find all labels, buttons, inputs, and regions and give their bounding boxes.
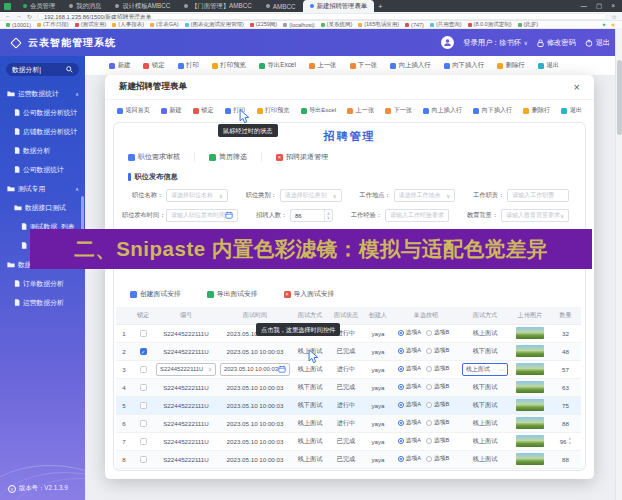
sidebar-item[interactable]: 运营数据分析	[0, 293, 85, 312]
bookmark-item[interactable]: (测试应用)	[75, 21, 107, 28]
maximize-button[interactable]: ▢	[596, 2, 602, 10]
close-window-button[interactable]: ×	[611, 2, 615, 10]
interview-action-button[interactable]: 创建面试安排	[130, 289, 181, 299]
table-row[interactable]: 2✓S22445222111U2023.05.10 10:00:03线上面试已完…	[116, 342, 581, 360]
bookmark-extra-icon[interactable]: ✦	[602, 21, 607, 28]
field-stepper[interactable]: 86∧∨	[290, 209, 333, 222]
toolbar-button[interactable]: 向下插入行	[444, 61, 484, 70]
bookmark-item[interactable]: (图表化测试应用管理)	[185, 21, 244, 28]
row-checkbox[interactable]	[140, 438, 147, 445]
avatar[interactable]	[441, 36, 454, 49]
toolbar-button[interactable]: 锁定	[193, 106, 214, 115]
radio-button[interactable]	[398, 402, 404, 408]
toolbar-button[interactable]: 向下插入行	[473, 106, 512, 115]
toolbar-button[interactable]: 新建	[161, 106, 182, 115]
url-field[interactable]: 192.168.1.235:86/1500/新建招聘管理表单	[37, 13, 607, 20]
uploaded-image[interactable]	[516, 453, 544, 465]
toolbar-button[interactable]: 导出Excel	[259, 61, 296, 70]
browser-tab[interactable]: 【门面管理】AMBCC	[177, 0, 259, 12]
form-tab[interactable]: ×招聘渠道管理	[262, 152, 342, 162]
forward-icon[interactable]: →	[16, 13, 22, 19]
toolbar-button[interactable]: 导出Excel	[301, 106, 337, 115]
scrollbar-thumb[interactable]	[617, 60, 622, 135]
new-tab-button[interactable]: +	[378, 2, 383, 11]
radio-button[interactable]	[398, 420, 404, 426]
bookmark-item[interactable]: (工作日报)	[37, 21, 69, 28]
stepper-icon[interactable]: ∧∨	[324, 210, 332, 221]
radio-button[interactable]	[426, 456, 432, 462]
browser-tab[interactable]: 我的消息	[62, 0, 108, 12]
toolbar-button[interactable]: 向上插入行	[423, 106, 462, 115]
more-icon[interactable]: ⋯	[498, 366, 504, 373]
radio-button[interactable]	[398, 366, 404, 372]
uploaded-image[interactable]	[516, 399, 544, 411]
id-select[interactable]: S22445222111U∨	[156, 363, 216, 376]
radio-button[interactable]	[398, 438, 404, 444]
field-date[interactable]: 请输入职位发布时间	[166, 209, 238, 222]
radio-button[interactable]	[426, 402, 432, 408]
toolbar-button[interactable]: 上一张	[347, 106, 374, 115]
bookmark-item[interactable]: (人事报表)	[112, 21, 144, 28]
radio-button[interactable]	[426, 330, 432, 336]
mode2-selected-cell[interactable]: 线上面试⋯	[462, 363, 508, 376]
sidebar-item[interactable]: 测试专用∧	[0, 179, 85, 198]
bookmark-item[interactable]: (localhost)	[283, 22, 314, 28]
field-select[interactable]: 请选择职位名称∨	[166, 189, 228, 202]
sidebar-item[interactable]: 数据分析	[0, 141, 85, 160]
bookmark-item[interactable]: (非表GA)	[150, 21, 179, 28]
row-checkbox[interactable]	[140, 456, 147, 463]
sidebar-item[interactable]: 店铺数据分析统计	[0, 122, 85, 141]
toolbar-button[interactable]: 删除行	[497, 61, 525, 70]
toolbar-button[interactable]: 退出	[538, 61, 559, 70]
radio-button[interactable]	[426, 384, 432, 390]
radio-button[interactable]	[398, 456, 404, 462]
bookmark-item[interactable]: (2259网)	[250, 21, 277, 28]
radio-button[interactable]	[426, 348, 432, 354]
toolbar-button[interactable]: 打印预览	[212, 61, 246, 70]
toolbar-button[interactable]: 上一张	[309, 61, 337, 70]
bookmark-item[interactable]: (747)	[405, 22, 424, 28]
bookmark-extra-icon[interactable]: ★	[611, 21, 616, 28]
change-password-button[interactable]: 修改密码	[537, 38, 576, 48]
search-input[interactable]: 数据分析|	[12, 65, 66, 75]
form-tab[interactable]: 职位需求审核	[128, 152, 195, 162]
user-menu[interactable]: 登录用户：徐书怀 ∨	[463, 38, 528, 48]
logout-button[interactable]: 退出	[585, 38, 610, 48]
browser-tab[interactable]: 设计模板AMBCC	[108, 0, 177, 12]
uploaded-image[interactable]	[516, 363, 544, 375]
row-checkbox[interactable]	[140, 366, 147, 373]
table-row[interactable]: 8S22445222111U2023.05.10 10:00:03线上面试已完成…	[116, 450, 581, 468]
sidebar-item[interactable]: 公司数据统计	[0, 160, 85, 179]
table-row[interactable]: 1S22445222111U2023.05.10 10:00:03线上面试进行中…	[116, 324, 581, 342]
toolbar-button[interactable]: 锁定	[143, 61, 164, 70]
field-select[interactable]: 请输入教育背景要求∨	[501, 209, 569, 222]
browser-tab[interactable]: AMBCC	[259, 0, 303, 12]
field-input[interactable]: 请输入工作经验要求	[385, 209, 449, 222]
uploaded-image[interactable]	[516, 345, 544, 357]
sidebar-item[interactable]: 订单数据分析	[0, 274, 85, 293]
bookmark-item[interactable]: (此罗)	[518, 21, 539, 28]
row-checkbox[interactable]	[140, 384, 147, 391]
radio-button[interactable]	[426, 420, 432, 426]
sidebar-item[interactable]: 运营数据统计∧	[0, 84, 85, 103]
calendar-icon[interactable]	[278, 365, 286, 374]
toolbar-button[interactable]: 下一张	[385, 106, 412, 115]
interview-action-button[interactable]: 导出面试安排	[207, 289, 258, 299]
toolbar-button[interactable]: 向上插入行	[390, 61, 430, 70]
row-checkbox[interactable]: ✓	[140, 348, 147, 355]
radio-button[interactable]	[398, 348, 404, 354]
radio-button[interactable]	[398, 384, 404, 390]
toolbar-button[interactable]: 退出	[561, 106, 582, 115]
field-select[interactable]: 请选择职位类别∨	[280, 189, 342, 202]
back-icon[interactable]: ←	[5, 13, 11, 19]
minimize-button[interactable]: —	[581, 2, 588, 10]
close-icon[interactable]: ×	[574, 81, 580, 93]
row-checkbox[interactable]	[140, 420, 147, 427]
uploaded-image[interactable]	[516, 417, 544, 429]
row-checkbox[interactable]	[140, 402, 147, 409]
toolbar-button[interactable]: 新建	[109, 61, 130, 70]
table-row[interactable]: 4S22445222111U2023.05.10 10:00:03线下面试已完成…	[116, 378, 581, 396]
field-select[interactable]: 请选择工作地点∨	[394, 189, 456, 202]
bookmark-item[interactable]: (165电话应用)	[358, 21, 399, 28]
toolbar-button[interactable]: 删除行	[523, 106, 550, 115]
